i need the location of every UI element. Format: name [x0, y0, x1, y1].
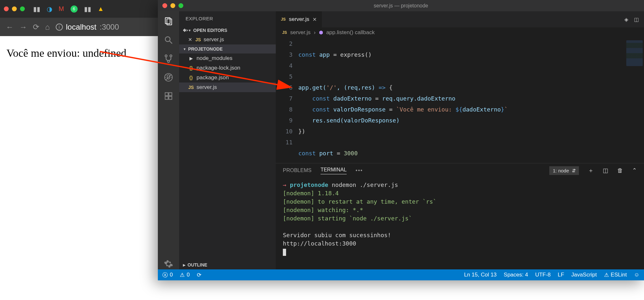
svg-line-3 — [170, 41, 172, 44]
terminal[interactable]: → projetonode nodemon ./server.js [nodem… — [276, 178, 644, 269]
outline-header[interactable]: ▶ OUTLINE — [179, 260, 276, 269]
file-name: package.json — [197, 74, 229, 81]
json-file-icon: {} — [188, 75, 194, 80]
chevron-down-icon: ▼ — [183, 47, 186, 51]
status-cursor-position[interactable]: Ln 15, Col 13 — [464, 272, 496, 278]
js-file-icon: JS — [188, 85, 194, 90]
symbol-icon: ⬢ — [319, 30, 323, 35]
svg-rect-11 — [165, 96, 168, 99]
reload-icon[interactable]: ⟳ — [33, 23, 39, 32]
status-eol[interactable]: LF — [558, 272, 564, 278]
file-item[interactable]: {} package.json — [179, 73, 276, 82]
chevron-right-icon: ▶ — [188, 56, 194, 61]
home-icon[interactable]: ⌂ — [45, 23, 50, 32]
terminal-select[interactable]: 1: node ⇵ — [549, 166, 579, 175]
svg-rect-12 — [169, 96, 172, 99]
status-bar: ⓧ0 ⚠0 ⟳ Ln 15, Col 13 Spaces: 4 UTF-8 LF… — [158, 269, 644, 280]
bottom-panel: PROBLEMS TERMINAL ••• 1: node ⇵ ＋ ◫ 🗑 ⌃ … — [276, 163, 644, 269]
forward-icon[interactable]: → — [19, 23, 27, 32]
warning-icon: ⚠ — [180, 272, 185, 278]
code-editor[interactable]: 234567891011 const app = express() app.g… — [276, 38, 644, 163]
split-terminal-icon[interactable]: ◫ — [603, 167, 608, 174]
tab-gmail-icon[interactable]: M — [59, 5, 64, 13]
status-eslint[interactable]: ⚠ ESLint — [604, 272, 627, 278]
address-port: :3000 — [100, 23, 119, 32]
site-info-icon[interactable]: i — [56, 24, 63, 31]
maximize-window-icon[interactable] — [20, 6, 25, 11]
search-icon[interactable] — [163, 34, 174, 45]
tab-drive-icon[interactable]: ▲ — [98, 5, 104, 13]
chevron-down-icon: �>▼ — [183, 29, 191, 32]
address-bar[interactable]: i localhost:3000 — [56, 23, 119, 32]
explorer-icon[interactable] — [163, 16, 174, 27]
json-file-icon: {} — [188, 65, 194, 71]
open-editors-header[interactable]: �>▼ OPEN EDITORS — [179, 26, 276, 35]
browser-tab-bar: ▮▮ ◑ M 6 ▮▮ ▲ — [0, 0, 161, 18]
settings-gear-icon[interactable] — [163, 258, 174, 269]
tab-whatsapp-icon[interactable]: 6 — [71, 5, 78, 13]
breadcrumb-file: server.js — [290, 29, 311, 36]
editor-tab[interactable]: JS server.js ✕ — [276, 11, 322, 27]
js-file-icon: JS — [282, 30, 287, 35]
debug-disabled-icon[interactable] — [163, 72, 174, 83]
status-errors[interactable]: ⓧ0 — [162, 271, 173, 279]
browser-traffic-lights — [4, 6, 25, 11]
chevron-right-icon: ▶ — [183, 263, 186, 267]
panel-tabs: PROBLEMS TERMINAL ••• 1: node ⇵ ＋ ◫ 🗑 ⌃ — [276, 163, 644, 178]
js-file-icon: JS — [281, 17, 286, 22]
close-tab-icon[interactable]: ✕ — [312, 16, 317, 23]
source-control-icon[interactable] — [163, 53, 174, 64]
open-editor-name: server.js — [204, 36, 224, 43]
tab-icon[interactable]: ▮▮ — [84, 5, 91, 13]
minimap[interactable] — [625, 38, 644, 163]
new-terminal-icon[interactable]: ＋ — [588, 167, 594, 174]
project-header[interactable]: ▼ PROJETONODE — [179, 44, 276, 53]
status-encoding[interactable]: UTF-8 — [535, 272, 551, 278]
page-body-text: Você me enviou: undefined — [6, 47, 155, 59]
activity-bar — [158, 11, 179, 269]
editor-tabs: JS server.js ✕ ◈ ◫ — [276, 11, 644, 27]
chevron-right-icon: › — [314, 29, 316, 36]
file-item[interactable]: {} package-lock.json — [179, 63, 276, 73]
open-editor-item[interactable]: ✕ JS server.js — [179, 35, 276, 44]
feedback-icon[interactable]: ☺ — [634, 272, 639, 278]
status-warnings[interactable]: ⚠0 — [180, 272, 189, 278]
file-name: package-lock.json — [197, 65, 240, 71]
close-icon[interactable]: ✕ — [188, 37, 193, 43]
status-indentation[interactable]: Spaces: 4 — [504, 272, 528, 278]
tab-problems[interactable]: PROBLEMS — [283, 168, 312, 173]
terminal-cursor — [283, 249, 286, 256]
status-language[interactable]: JavaScript — [571, 272, 597, 278]
split-editor-icon[interactable]: ◫ — [634, 16, 639, 23]
code-content[interactable]: const app = express() app.get('/', (req,… — [298, 38, 625, 163]
tab-icon[interactable]: ▮▮ — [33, 5, 40, 13]
svg-rect-9 — [165, 93, 168, 96]
open-editors-label: OPEN EDITORS — [193, 28, 227, 33]
folder-item[interactable]: ▶ node_modules — [179, 53, 276, 63]
file-name: node_modules — [197, 55, 233, 62]
vscode-window: server.js — projetonode — [158, 0, 644, 280]
svg-rect-10 — [169, 93, 172, 96]
close-window-icon[interactable] — [4, 6, 9, 11]
explorer-sidebar: EXPLORER �>▼ OPEN EDITORS ✕ JS server.js… — [179, 11, 276, 269]
kill-terminal-icon[interactable]: 🗑 — [617, 167, 623, 174]
back-icon[interactable]: ← — [6, 23, 14, 32]
file-item[interactable]: JS server.js — [179, 82, 276, 92]
tab-telegram-icon[interactable]: ◑ — [47, 5, 52, 13]
address-host: localhost — [66, 23, 97, 32]
more-tabs-icon[interactable]: ••• — [356, 168, 363, 173]
vscode-title-bar: server.js — projetonode — [158, 0, 644, 11]
editor-group: JS server.js ✕ ◈ ◫ JS server.js › ⬢ app.… — [276, 11, 644, 269]
minimize-window-icon[interactable] — [12, 6, 17, 11]
sync-icon[interactable]: ⟳ — [197, 272, 201, 278]
line-gutter: 234567891011 — [276, 38, 298, 163]
maximize-panel-icon[interactable]: ⌃ — [632, 167, 637, 174]
diff-icon[interactable]: ◈ — [624, 16, 628, 23]
browser-tabs: ▮▮ ◑ M 6 ▮▮ ▲ — [33, 5, 104, 13]
breadcrumbs[interactable]: JS server.js › ⬢ app.listen() callback — [276, 27, 644, 38]
svg-point-2 — [165, 37, 170, 42]
tab-terminal[interactable]: TERMINAL — [321, 167, 347, 174]
sidebar-title: EXPLORER — [179, 11, 276, 26]
extensions-icon[interactable] — [163, 91, 174, 102]
editor-actions: ◈ ◫ — [624, 11, 644, 27]
